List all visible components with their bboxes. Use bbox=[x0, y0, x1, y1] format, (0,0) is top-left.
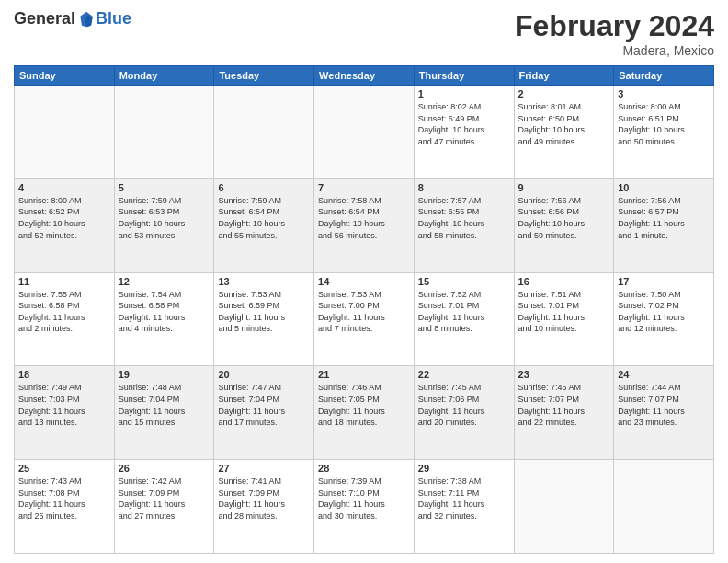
calendar-cell bbox=[514, 460, 614, 554]
day-header-wednesday: Wednesday bbox=[314, 66, 415, 86]
day-number: 6 bbox=[218, 182, 310, 193]
day-info: Sunrise: 7:56 AM Sunset: 6:57 PM Dayligh… bbox=[618, 195, 710, 241]
calendar-cell: 23Sunrise: 7:45 AM Sunset: 7:07 PM Dayli… bbox=[514, 366, 614, 460]
day-number: 20 bbox=[218, 369, 310, 380]
calendar-cell: 15Sunrise: 7:52 AM Sunset: 7:01 PM Dayli… bbox=[414, 272, 514, 366]
calendar-cell bbox=[114, 86, 214, 179]
day-info: Sunrise: 7:55 AM Sunset: 6:58 PM Dayligh… bbox=[18, 289, 110, 335]
day-number: 7 bbox=[318, 182, 410, 193]
day-info: Sunrise: 7:57 AM Sunset: 6:55 PM Dayligh… bbox=[418, 195, 510, 241]
day-number: 11 bbox=[18, 276, 110, 287]
calendar-cell: 20Sunrise: 7:47 AM Sunset: 7:04 PM Dayli… bbox=[214, 366, 314, 460]
calendar-cell: 4Sunrise: 8:00 AM Sunset: 6:52 PM Daylig… bbox=[15, 178, 115, 272]
calendar-cell: 27Sunrise: 7:41 AM Sunset: 7:09 PM Dayli… bbox=[214, 460, 314, 554]
day-info: Sunrise: 7:58 AM Sunset: 6:54 PM Dayligh… bbox=[318, 195, 410, 241]
calendar-cell: 5Sunrise: 7:59 AM Sunset: 6:53 PM Daylig… bbox=[114, 178, 214, 272]
day-info: Sunrise: 7:59 AM Sunset: 6:53 PM Dayligh… bbox=[119, 195, 210, 241]
day-number: 27 bbox=[218, 463, 310, 474]
logo-icon bbox=[77, 10, 96, 29]
calendar-cell bbox=[15, 86, 115, 179]
calendar-cell: 29Sunrise: 7:38 AM Sunset: 7:11 PM Dayli… bbox=[414, 460, 514, 554]
day-info: Sunrise: 7:59 AM Sunset: 6:54 PM Dayligh… bbox=[218, 195, 310, 241]
day-info: Sunrise: 8:00 AM Sunset: 6:51 PM Dayligh… bbox=[618, 101, 710, 147]
calendar-cell: 10Sunrise: 7:56 AM Sunset: 6:57 PM Dayli… bbox=[614, 178, 714, 272]
day-number: 9 bbox=[518, 182, 610, 193]
day-info: Sunrise: 7:52 AM Sunset: 7:01 PM Dayligh… bbox=[418, 289, 510, 335]
day-number: 14 bbox=[318, 276, 410, 287]
day-number: 25 bbox=[18, 463, 110, 474]
title-block: February 2024 Madera, Mexico bbox=[515, 9, 714, 58]
calendar-cell: 6Sunrise: 7:59 AM Sunset: 6:54 PM Daylig… bbox=[214, 178, 314, 272]
day-header-friday: Friday bbox=[514, 66, 614, 86]
logo-text: GeneralBlue bbox=[14, 9, 131, 29]
day-info: Sunrise: 7:45 AM Sunset: 7:06 PM Dayligh… bbox=[418, 382, 510, 428]
calendar-cell: 12Sunrise: 7:54 AM Sunset: 6:58 PM Dayli… bbox=[114, 272, 214, 366]
day-info: Sunrise: 7:43 AM Sunset: 7:08 PM Dayligh… bbox=[18, 476, 110, 522]
calendar-cell: 24Sunrise: 7:44 AM Sunset: 7:07 PM Dayli… bbox=[614, 366, 714, 460]
day-info: Sunrise: 7:44 AM Sunset: 7:07 PM Dayligh… bbox=[618, 382, 710, 428]
calendar-cell: 19Sunrise: 7:48 AM Sunset: 7:04 PM Dayli… bbox=[114, 366, 214, 460]
day-number: 2 bbox=[518, 88, 610, 99]
week-row-1: 1Sunrise: 8:02 AM Sunset: 6:49 PM Daylig… bbox=[15, 86, 714, 179]
day-number: 23 bbox=[518, 369, 610, 380]
day-info: Sunrise: 7:50 AM Sunset: 7:02 PM Dayligh… bbox=[618, 289, 710, 335]
month-title: February 2024 bbox=[515, 9, 714, 43]
day-info: Sunrise: 7:38 AM Sunset: 7:11 PM Dayligh… bbox=[418, 476, 510, 522]
calendar-cell: 8Sunrise: 7:57 AM Sunset: 6:55 PM Daylig… bbox=[414, 178, 514, 272]
day-number: 29 bbox=[418, 463, 510, 474]
day-number: 28 bbox=[318, 463, 410, 474]
logo-general: General bbox=[14, 9, 75, 29]
day-number: 21 bbox=[318, 369, 410, 380]
day-number: 24 bbox=[618, 369, 710, 380]
calendar-cell bbox=[214, 86, 314, 179]
calendar-cell: 2Sunrise: 8:01 AM Sunset: 6:50 PM Daylig… bbox=[514, 86, 614, 179]
day-info: Sunrise: 7:42 AM Sunset: 7:09 PM Dayligh… bbox=[119, 476, 210, 522]
calendar-cell: 17Sunrise: 7:50 AM Sunset: 7:02 PM Dayli… bbox=[614, 272, 714, 366]
day-number: 16 bbox=[518, 276, 610, 287]
day-header-sunday: Sunday bbox=[15, 66, 115, 86]
day-info: Sunrise: 7:47 AM Sunset: 7:04 PM Dayligh… bbox=[218, 382, 310, 428]
day-number: 22 bbox=[418, 369, 510, 380]
day-number: 10 bbox=[618, 182, 710, 193]
calendar-cell: 28Sunrise: 7:39 AM Sunset: 7:10 PM Dayli… bbox=[314, 460, 415, 554]
day-info: Sunrise: 7:49 AM Sunset: 7:03 PM Dayligh… bbox=[18, 382, 110, 428]
calendar-cell: 14Sunrise: 7:53 AM Sunset: 7:00 PM Dayli… bbox=[314, 272, 415, 366]
calendar-table: SundayMondayTuesdayWednesdayThursdayFrid… bbox=[14, 65, 714, 554]
calendar-cell: 3Sunrise: 8:00 AM Sunset: 6:51 PM Daylig… bbox=[614, 86, 714, 179]
calendar-cell: 11Sunrise: 7:55 AM Sunset: 6:58 PM Dayli… bbox=[15, 272, 115, 366]
calendar-cell bbox=[614, 460, 714, 554]
day-number: 13 bbox=[218, 276, 310, 287]
week-row-3: 11Sunrise: 7:55 AM Sunset: 6:58 PM Dayli… bbox=[15, 272, 714, 366]
day-number: 17 bbox=[618, 276, 710, 287]
day-header-tuesday: Tuesday bbox=[214, 66, 314, 86]
logo-blue: Blue bbox=[96, 9, 131, 29]
header: GeneralBlue February 2024 Madera, Mexico bbox=[14, 9, 714, 58]
day-info: Sunrise: 7:39 AM Sunset: 7:10 PM Dayligh… bbox=[318, 476, 410, 522]
calendar-cell: 25Sunrise: 7:43 AM Sunset: 7:08 PM Dayli… bbox=[15, 460, 115, 554]
day-info: Sunrise: 8:01 AM Sunset: 6:50 PM Dayligh… bbox=[518, 101, 610, 147]
day-info: Sunrise: 7:56 AM Sunset: 6:56 PM Dayligh… bbox=[518, 195, 610, 241]
day-info: Sunrise: 7:54 AM Sunset: 6:58 PM Dayligh… bbox=[119, 289, 210, 335]
day-header-thursday: Thursday bbox=[414, 66, 514, 86]
day-info: Sunrise: 7:46 AM Sunset: 7:05 PM Dayligh… bbox=[318, 382, 410, 428]
day-number: 26 bbox=[119, 463, 210, 474]
day-number: 5 bbox=[119, 182, 210, 193]
calendar-cell: 7Sunrise: 7:58 AM Sunset: 6:54 PM Daylig… bbox=[314, 178, 415, 272]
calendar-cell: 1Sunrise: 8:02 AM Sunset: 6:49 PM Daylig… bbox=[414, 86, 514, 179]
week-row-5: 25Sunrise: 7:43 AM Sunset: 7:08 PM Dayli… bbox=[15, 460, 714, 554]
day-info: Sunrise: 7:53 AM Sunset: 7:00 PM Dayligh… bbox=[318, 289, 410, 335]
calendar-cell: 26Sunrise: 7:42 AM Sunset: 7:09 PM Dayli… bbox=[114, 460, 214, 554]
calendar-cell: 22Sunrise: 7:45 AM Sunset: 7:06 PM Dayli… bbox=[414, 366, 514, 460]
day-number: 18 bbox=[18, 369, 110, 380]
day-header-saturday: Saturday bbox=[614, 66, 714, 86]
day-number: 19 bbox=[119, 369, 210, 380]
calendar-cell: 18Sunrise: 7:49 AM Sunset: 7:03 PM Dayli… bbox=[15, 366, 115, 460]
day-number: 8 bbox=[418, 182, 510, 193]
day-info: Sunrise: 7:45 AM Sunset: 7:07 PM Dayligh… bbox=[518, 382, 610, 428]
day-info: Sunrise: 8:02 AM Sunset: 6:49 PM Dayligh… bbox=[418, 101, 510, 147]
week-row-4: 18Sunrise: 7:49 AM Sunset: 7:03 PM Dayli… bbox=[15, 366, 714, 460]
logo: GeneralBlue bbox=[14, 9, 131, 29]
location: Madera, Mexico bbox=[515, 43, 714, 58]
page: GeneralBlue February 2024 Madera, Mexico… bbox=[0, 0, 728, 563]
calendar-cell: 13Sunrise: 7:53 AM Sunset: 6:59 PM Dayli… bbox=[214, 272, 314, 366]
